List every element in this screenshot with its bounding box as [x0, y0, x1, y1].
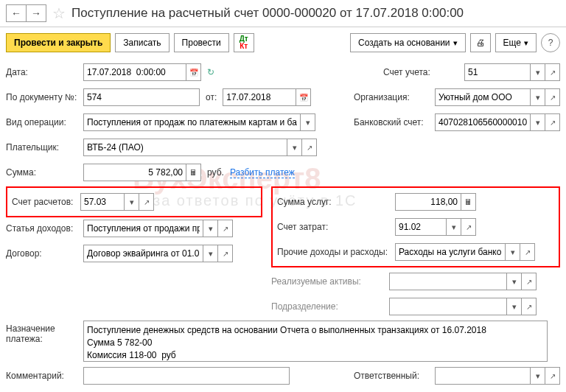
comment-input[interactable]	[83, 367, 290, 385]
other-income-label: Прочие доходы и расходы:	[277, 247, 395, 257]
account-input[interactable]	[464, 63, 531, 81]
open-icon[interactable]	[218, 245, 233, 262]
favorite-icon[interactable]: ☆	[52, 4, 66, 22]
open-icon[interactable]	[520, 243, 535, 261]
dropdown-icon[interactable]	[506, 243, 520, 261]
responsible-label: Ответственный:	[354, 371, 435, 381]
dropdown-icon[interactable]	[203, 220, 218, 237]
services-highlight: Сумма услуг: Счет затрат: Прочие до	[271, 186, 560, 267]
calendar-icon[interactable]	[296, 88, 311, 106]
docnum-label: По документу №:	[6, 92, 83, 102]
account-label: Счет учета:	[383, 67, 464, 77]
open-icon[interactable]	[139, 193, 154, 211]
payment-purpose-textarea[interactable]	[83, 321, 548, 362]
more-button[interactable]: Еще	[495, 33, 537, 52]
dropdown-icon[interactable]	[531, 113, 545, 131]
toolbar: Провести и закрыть Записать Провести ДтК…	[0, 27, 566, 58]
service-sum-input[interactable]	[395, 193, 461, 211]
dropdown-icon[interactable]	[203, 245, 218, 262]
cost-account-input[interactable]	[395, 218, 447, 236]
chevron-down-icon	[453, 38, 458, 48]
nav-forward-button[interactable]: →	[26, 4, 46, 22]
calculator-icon[interactable]	[461, 193, 476, 211]
from-label: от:	[200, 92, 223, 102]
open-icon[interactable]	[302, 139, 317, 156]
other-income-input[interactable]	[395, 243, 506, 261]
window-title: Поступление на расчетный счет 0000-00002…	[71, 6, 464, 21]
post-button[interactable]: Провести	[174, 33, 229, 52]
payer-input[interactable]	[83, 139, 287, 156]
realized-assets-input[interactable]	[389, 273, 507, 290]
nav-back-button[interactable]: ←	[6, 4, 27, 22]
split-payment-link[interactable]: Разбить платеж	[230, 167, 295, 178]
dropdown-icon[interactable]	[125, 193, 139, 211]
docnum-input[interactable]	[83, 88, 200, 106]
cost-account-label: Счет затрат:	[277, 222, 395, 232]
contract-input[interactable]	[83, 245, 203, 262]
header: ← → ☆ Поступление на расчетный счет 0000…	[0, 0, 566, 27]
dtkt-button[interactable]: ДтКт	[234, 33, 254, 52]
open-icon[interactable]	[545, 367, 560, 385]
payment-purpose-label: Назначение платежа:	[6, 321, 83, 344]
calendar-icon[interactable]	[186, 63, 201, 81]
dropdown-icon[interactable]	[531, 63, 545, 81]
help-button[interactable]: ?	[541, 33, 560, 52]
open-icon[interactable]	[545, 88, 560, 106]
comment-label: Комментарий:	[6, 371, 83, 381]
operation-input[interactable]	[83, 113, 301, 131]
payer-label: Плательщик:	[6, 142, 83, 153]
organization-label: Организация:	[354, 92, 435, 102]
dropdown-icon[interactable]	[287, 139, 302, 156]
responsible-input[interactable]	[435, 367, 531, 385]
dropdown-icon[interactable]	[531, 367, 545, 385]
dropdown-icon[interactable]	[301, 113, 315, 131]
attach-button[interactable]: 🖨	[470, 33, 491, 52]
open-icon[interactable]	[522, 298, 537, 315]
income-item-label: Статья доходов:	[6, 223, 83, 234]
post-and-close-button[interactable]: Провести и закрыть	[6, 33, 111, 52]
service-sum-label: Сумма услуг:	[277, 197, 395, 207]
dropdown-icon[interactable]	[507, 298, 522, 315]
open-icon[interactable]	[218, 220, 233, 237]
docdate-input[interactable]	[223, 88, 296, 106]
chevron-down-icon	[524, 38, 528, 48]
income-item-input[interactable]	[83, 220, 203, 237]
settlement-highlight: Счет расчетов:	[6, 186, 262, 217]
settlement-account-label: Счет расчетов:	[12, 197, 80, 207]
open-icon[interactable]	[545, 63, 560, 81]
bank-account-input[interactable]	[435, 113, 531, 131]
realized-assets-label: Реализуемые активы:	[271, 276, 389, 287]
open-icon[interactable]	[545, 113, 560, 131]
currency-label: руб.	[201, 167, 230, 178]
dropdown-icon[interactable]	[531, 88, 545, 106]
operation-label: Вид операции:	[6, 117, 83, 127]
subdivision-input[interactable]	[389, 298, 507, 315]
open-icon[interactable]	[522, 273, 537, 290]
open-icon[interactable]	[461, 218, 476, 236]
dropdown-icon[interactable]	[507, 273, 522, 290]
bank-account-label: Банковский счет:	[354, 117, 435, 127]
sum-input[interactable]	[83, 164, 186, 181]
save-button[interactable]: Записать	[115, 33, 169, 52]
calculator-icon[interactable]	[186, 164, 201, 181]
date-input[interactable]	[83, 63, 186, 81]
contract-label: Договор:	[6, 248, 83, 259]
settlement-account-input[interactable]	[80, 193, 125, 211]
organization-input[interactable]	[435, 88, 531, 106]
subdivision-label: Подразделение:	[271, 301, 389, 312]
dropdown-icon[interactable]	[447, 218, 461, 236]
sum-label: Сумма:	[6, 167, 83, 178]
create-based-button[interactable]: Создать на основании	[350, 33, 466, 52]
date-label: Дата:	[6, 67, 83, 77]
refresh-icon[interactable]: ↻	[207, 67, 226, 77]
